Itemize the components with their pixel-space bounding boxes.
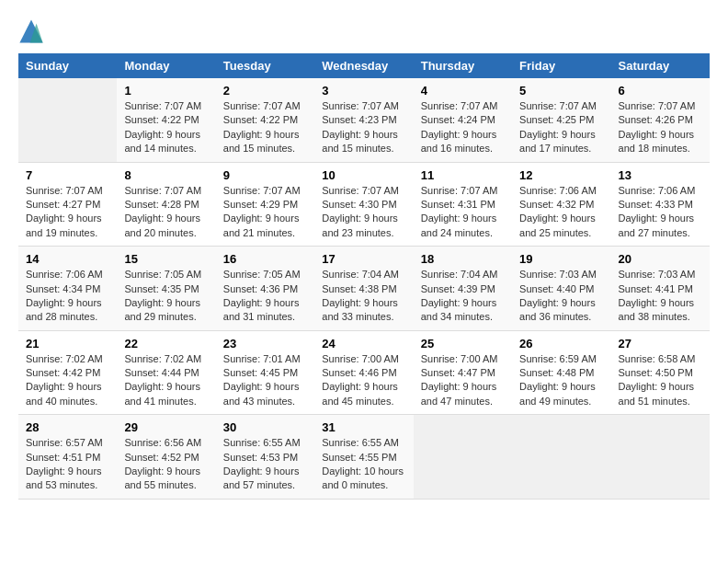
page-header <box>18 18 710 44</box>
day-info: Sunrise: 7:07 AM Sunset: 4:25 PM Dayligh… <box>519 99 603 156</box>
day-info: Sunrise: 7:07 AM Sunset: 4:23 PM Dayligh… <box>322 99 405 156</box>
calendar-table: SundayMondayTuesdayWednesdayThursdayFrid… <box>18 53 710 500</box>
day-cell: 24Sunrise: 7:00 AM Sunset: 4:46 PM Dayli… <box>314 330 413 415</box>
day-number: 24 <box>322 337 405 350</box>
day-info: Sunrise: 7:00 AM Sunset: 4:47 PM Dayligh… <box>421 352 505 409</box>
day-number: 4 <box>421 84 505 98</box>
day-cell: 23Sunrise: 7:01 AM Sunset: 4:45 PM Dayli… <box>216 330 314 415</box>
logo <box>18 18 48 44</box>
day-cell: 11Sunrise: 7:07 AM Sunset: 4:31 PM Dayli… <box>414 162 512 247</box>
day-info: Sunrise: 7:02 AM Sunset: 4:42 PM Dayligh… <box>26 352 109 409</box>
week-row-1: 1Sunrise: 7:07 AM Sunset: 4:22 PM Daylig… <box>18 78 710 162</box>
day-info: Sunrise: 7:06 AM Sunset: 4:33 PM Dayligh… <box>619 184 702 241</box>
day-info: Sunrise: 7:07 AM Sunset: 4:22 PM Dayligh… <box>124 99 208 156</box>
day-number: 28 <box>26 420 109 434</box>
header-cell-monday: Monday <box>117 53 215 78</box>
day-number: 20 <box>619 252 702 266</box>
day-cell: 7Sunrise: 7:07 AM Sunset: 4:27 PM Daylig… <box>18 162 117 247</box>
day-cell: 31Sunrise: 6:55 AM Sunset: 4:55 PM Dayli… <box>314 415 413 500</box>
day-info: Sunrise: 7:01 AM Sunset: 4:45 PM Dayligh… <box>223 352 307 409</box>
day-number: 27 <box>619 337 702 350</box>
day-info: Sunrise: 7:07 AM Sunset: 4:22 PM Dayligh… <box>223 99 307 156</box>
day-cell: 6Sunrise: 7:07 AM Sunset: 4:26 PM Daylig… <box>611 78 710 162</box>
day-info: Sunrise: 7:07 AM Sunset: 4:28 PM Dayligh… <box>124 184 208 241</box>
day-cell <box>611 415 710 500</box>
day-cell: 25Sunrise: 7:00 AM Sunset: 4:47 PM Dayli… <box>414 330 512 415</box>
day-cell: 14Sunrise: 7:06 AM Sunset: 4:34 PM Dayli… <box>18 247 117 331</box>
day-cell: 5Sunrise: 7:07 AM Sunset: 4:25 PM Daylig… <box>512 78 610 162</box>
day-number: 10 <box>322 168 405 182</box>
calendar-body: 1Sunrise: 7:07 AM Sunset: 4:22 PM Daylig… <box>18 78 710 499</box>
day-number: 1 <box>124 84 208 98</box>
day-number: 19 <box>519 252 603 266</box>
day-number: 17 <box>322 252 405 266</box>
day-cell: 19Sunrise: 7:03 AM Sunset: 4:40 PM Dayli… <box>512 247 610 331</box>
header-row: SundayMondayTuesdayWednesdayThursdayFrid… <box>18 53 710 78</box>
day-number: 15 <box>124 252 208 266</box>
week-row-2: 7Sunrise: 7:07 AM Sunset: 4:27 PM Daylig… <box>18 162 710 247</box>
day-cell: 9Sunrise: 7:07 AM Sunset: 4:29 PM Daylig… <box>216 162 314 247</box>
day-info: Sunrise: 6:56 AM Sunset: 4:52 PM Dayligh… <box>124 436 208 493</box>
week-row-5: 28Sunrise: 6:57 AM Sunset: 4:51 PM Dayli… <box>18 415 710 500</box>
day-cell: 12Sunrise: 7:06 AM Sunset: 4:32 PM Dayli… <box>512 162 610 247</box>
day-number: 8 <box>124 168 208 182</box>
day-info: Sunrise: 7:04 AM Sunset: 4:38 PM Dayligh… <box>322 268 405 325</box>
day-cell: 16Sunrise: 7:05 AM Sunset: 4:36 PM Dayli… <box>216 247 314 331</box>
day-cell: 2Sunrise: 7:07 AM Sunset: 4:22 PM Daylig… <box>216 78 314 162</box>
day-cell: 17Sunrise: 7:04 AM Sunset: 4:38 PM Dayli… <box>314 247 413 331</box>
day-info: Sunrise: 7:07 AM Sunset: 4:30 PM Dayligh… <box>322 184 405 241</box>
day-info: Sunrise: 7:06 AM Sunset: 4:34 PM Dayligh… <box>26 268 109 325</box>
day-number: 31 <box>322 420 405 434</box>
day-info: Sunrise: 7:03 AM Sunset: 4:40 PM Dayligh… <box>519 268 603 325</box>
calendar-header: SundayMondayTuesdayWednesdayThursdayFrid… <box>18 53 710 78</box>
day-info: Sunrise: 6:55 AM Sunset: 4:55 PM Dayligh… <box>322 436 405 493</box>
header-cell-saturday: Saturday <box>611 53 710 78</box>
day-cell <box>18 78 117 162</box>
day-number: 3 <box>322 84 405 98</box>
day-number: 14 <box>26 252 109 266</box>
day-cell: 4Sunrise: 7:07 AM Sunset: 4:24 PM Daylig… <box>414 78 512 162</box>
day-info: Sunrise: 7:07 AM Sunset: 4:24 PM Dayligh… <box>421 99 505 156</box>
day-number: 6 <box>619 84 702 98</box>
day-cell: 20Sunrise: 7:03 AM Sunset: 4:41 PM Dayli… <box>611 247 710 331</box>
day-number: 7 <box>26 168 109 182</box>
day-number: 13 <box>619 168 702 182</box>
day-cell: 27Sunrise: 6:58 AM Sunset: 4:50 PM Dayli… <box>611 330 710 415</box>
day-cell: 13Sunrise: 7:06 AM Sunset: 4:33 PM Dayli… <box>611 162 710 247</box>
header-cell-wednesday: Wednesday <box>314 53 413 78</box>
day-info: Sunrise: 7:07 AM Sunset: 4:31 PM Dayligh… <box>421 184 505 241</box>
day-cell: 26Sunrise: 6:59 AM Sunset: 4:48 PM Dayli… <box>512 330 610 415</box>
day-info: Sunrise: 6:55 AM Sunset: 4:53 PM Dayligh… <box>223 436 307 493</box>
day-info: Sunrise: 7:06 AM Sunset: 4:32 PM Dayligh… <box>519 184 603 241</box>
day-cell: 15Sunrise: 7:05 AM Sunset: 4:35 PM Dayli… <box>117 247 215 331</box>
day-info: Sunrise: 7:07 AM Sunset: 4:27 PM Dayligh… <box>26 184 109 241</box>
day-number: 16 <box>223 252 307 266</box>
day-number: 12 <box>519 168 603 182</box>
day-cell: 29Sunrise: 6:56 AM Sunset: 4:52 PM Dayli… <box>117 415 215 500</box>
day-info: Sunrise: 7:07 AM Sunset: 4:26 PM Dayligh… <box>619 99 702 156</box>
header-cell-tuesday: Tuesday <box>216 53 314 78</box>
day-number: 11 <box>421 168 505 182</box>
day-number: 9 <box>223 168 307 182</box>
day-number: 5 <box>519 84 603 98</box>
day-number: 21 <box>26 337 109 350</box>
header-cell-thursday: Thursday <box>414 53 512 78</box>
day-number: 30 <box>223 420 307 434</box>
day-cell <box>414 415 512 500</box>
header-cell-sunday: Sunday <box>18 53 117 78</box>
day-info: Sunrise: 7:03 AM Sunset: 4:41 PM Dayligh… <box>619 268 702 325</box>
day-cell: 8Sunrise: 7:07 AM Sunset: 4:28 PM Daylig… <box>117 162 215 247</box>
day-number: 2 <box>223 84 307 98</box>
day-cell: 22Sunrise: 7:02 AM Sunset: 4:44 PM Dayli… <box>117 330 215 415</box>
day-info: Sunrise: 7:02 AM Sunset: 4:44 PM Dayligh… <box>124 352 208 409</box>
day-info: Sunrise: 7:07 AM Sunset: 4:29 PM Dayligh… <box>223 184 307 241</box>
day-info: Sunrise: 7:05 AM Sunset: 4:36 PM Dayligh… <box>223 268 307 325</box>
week-row-3: 14Sunrise: 7:06 AM Sunset: 4:34 PM Dayli… <box>18 247 710 331</box>
day-cell: 18Sunrise: 7:04 AM Sunset: 4:39 PM Dayli… <box>414 247 512 331</box>
day-number: 22 <box>124 337 208 350</box>
day-number: 23 <box>223 337 307 350</box>
header-cell-friday: Friday <box>512 53 610 78</box>
day-number: 18 <box>421 252 505 266</box>
day-cell: 28Sunrise: 6:57 AM Sunset: 4:51 PM Dayli… <box>18 415 117 500</box>
day-info: Sunrise: 6:58 AM Sunset: 4:50 PM Dayligh… <box>619 352 702 409</box>
